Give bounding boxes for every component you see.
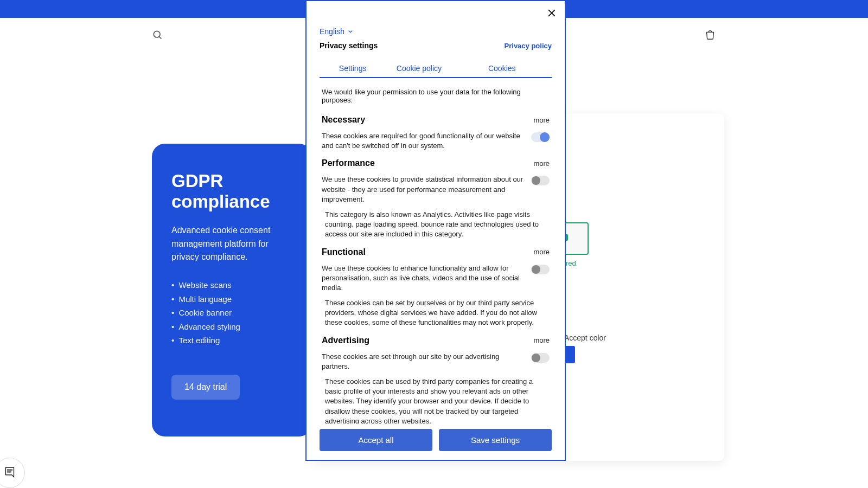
hero-feature-list: Website scans Multi language Cookie bann… <box>171 278 292 348</box>
category-title-advertising: Advertising <box>322 336 369 345</box>
category-extra: These cookies can be used by third party… <box>322 377 550 423</box>
category-desc: We use these cookies to enhance function… <box>322 264 524 293</box>
more-link[interactable]: more <box>533 116 550 124</box>
category-desc: These cookies are set through our site b… <box>322 352 524 371</box>
category-title-functional: Functional <box>322 247 366 257</box>
modal-title: Privacy settings <box>320 41 378 50</box>
list-item: Text editing <box>171 333 292 348</box>
svg-point-0 <box>154 31 160 37</box>
svg-rect-5 <box>7 472 11 473</box>
close-icon <box>546 8 557 18</box>
more-link[interactable]: more <box>533 248 550 256</box>
toggle-performance[interactable] <box>531 176 550 185</box>
chevron-down-icon <box>348 29 353 34</box>
more-link[interactable]: more <box>533 336 550 344</box>
toggle-necessary <box>531 132 550 142</box>
chat-icon <box>2 465 18 481</box>
chat-widget[interactable] <box>0 458 25 488</box>
search-icon[interactable] <box>152 29 163 40</box>
category-title-necessary: Necessary <box>322 115 365 125</box>
category-desc: These cookies are required for good func… <box>322 131 524 151</box>
trial-button[interactable]: 14 day trial <box>171 375 240 400</box>
tab-cookie-policy[interactable]: Cookie policy <box>386 60 452 77</box>
privacy-settings-modal: English Privacy settings Privacy policy … <box>305 0 566 461</box>
close-button[interactable] <box>545 7 558 20</box>
modal-tabs: Settings Cookie policy Cookies <box>320 60 552 78</box>
svg-line-1 <box>159 36 161 38</box>
tab-cookies[interactable]: Cookies <box>452 60 552 77</box>
cart-icon[interactable] <box>704 29 716 41</box>
list-item: Cookie banner <box>171 306 292 320</box>
language-selector[interactable]: English <box>320 27 353 36</box>
hero-card: GDPR compliance Advanced cookie consent … <box>152 144 312 436</box>
category-desc: We use these cookies to provide statisti… <box>322 175 524 204</box>
toggle-advertising[interactable] <box>531 353 550 363</box>
list-item: Website scans <box>171 278 292 292</box>
category-title-performance: Performance <box>322 158 375 168</box>
more-link[interactable]: more <box>533 159 550 168</box>
svg-rect-4 <box>7 470 12 471</box>
save-settings-button[interactable]: Save settings <box>439 429 552 451</box>
list-item: Multi language <box>171 292 292 306</box>
intro-text: We would like your permission to use you… <box>322 88 550 104</box>
hero-subtitle: Advanced cookie consent management platf… <box>171 224 292 264</box>
hero-title: GDPR compliance <box>171 171 292 212</box>
language-label: English <box>320 27 344 36</box>
category-extra: These cookies can be set by ourselves or… <box>322 298 550 328</box>
privacy-policy-link[interactable]: Privacy policy <box>505 42 552 50</box>
category-extra: This category is also known as Analytics… <box>322 210 550 240</box>
modal-content: We would like your permission to use you… <box>307 78 565 423</box>
tab-settings[interactable]: Settings <box>320 60 386 77</box>
toggle-functional[interactable] <box>531 265 550 274</box>
list-item: Advanced styling <box>171 320 292 334</box>
accent-color-label: Accept color <box>564 333 606 342</box>
accept-all-button[interactable]: Accept all <box>320 429 432 451</box>
